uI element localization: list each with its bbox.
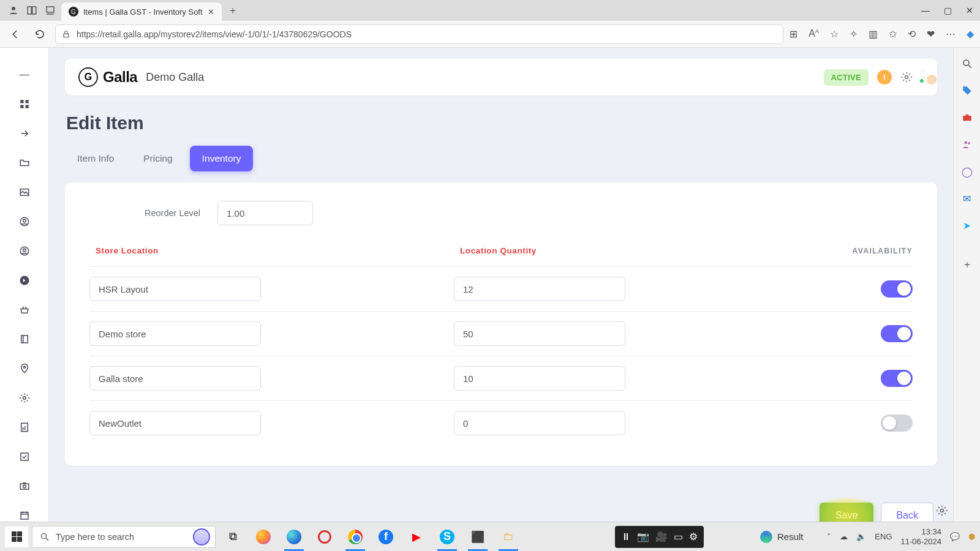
reorder-level-input[interactable] [217,201,313,225]
app-icon[interactable]: ⬛ [464,526,491,548]
svg-point-14 [23,249,26,252]
location-input[interactable] [89,277,261,301]
file-explorer-icon[interactable]: 🗀 [495,526,522,548]
edge-icon[interactable] [281,526,307,548]
location-input[interactable] [89,321,261,346]
arrow-right-icon[interactable] [18,127,31,140]
people-icon[interactable] [961,138,973,151]
text-size-icon[interactable]: AA [809,28,819,39]
pause-icon[interactable]: ⏸ [621,531,631,542]
chrome-icon[interactable] [342,526,369,548]
collapse-icon[interactable]: — [18,69,31,81]
gear-icon[interactable] [900,71,913,83]
user-circle-icon[interactable] [18,216,31,228]
quantity-input[interactable] [454,411,625,435]
clock-time[interactable]: 13:34 [901,527,942,537]
fastforward-icon[interactable] [18,274,31,287]
tray-extra-icon[interactable]: ⬢ [968,532,975,541]
svg-point-36 [968,142,970,144]
svg-rect-7 [25,100,28,103]
collections-icon[interactable]: ✩ [889,28,897,40]
facebook-icon[interactable]: f [372,526,399,548]
taskbar-search[interactable]: Type here to search [32,526,216,548]
screen-icon[interactable]: ▭ [674,531,683,542]
volume-icon[interactable]: 🔈 [856,532,866,541]
url-input[interactable]: https://retail.galla.app/mystorev2/items… [55,24,783,44]
outlook-icon[interactable]: ✉ [961,192,973,204]
dashboard-icon[interactable] [18,98,31,110]
youtube-icon[interactable]: ▶ [403,526,430,548]
availability-toggle[interactable] [881,325,913,342]
notifications-icon[interactable]: 💬 [950,532,960,541]
office-icon[interactable]: ◯ [961,165,973,178]
close-window-button[interactable]: ✕ [965,6,974,15]
language-indicator[interactable]: ENG [875,532,892,541]
heart-icon[interactable]: ❤ [927,28,935,40]
quantity-input[interactable] [454,321,625,346]
image-icon[interactable] [18,186,31,198]
send-icon[interactable]: ➤ [961,219,973,231]
minimize-button[interactable]: — [921,6,930,15]
cloud-icon[interactable]: ☁ [840,532,848,541]
availability-toggle[interactable] [881,414,913,432]
quantity-input[interactable] [454,277,625,301]
browser-tab[interactable]: G Items | Galla GST - Inventory Soft ✕ [61,2,222,21]
workspaces-icon[interactable] [24,3,39,18]
report-icon[interactable] [18,421,31,433]
warning-badge[interactable]: ! [877,70,892,84]
tray-chevron-icon[interactable]: ˄ [827,532,831,541]
video-icon[interactable]: 🎥 [655,531,668,542]
skype-icon[interactable]: S [434,526,461,548]
svg-point-37 [42,533,47,538]
tab-close-icon[interactable]: ✕ [208,7,214,17]
split-icon[interactable]: ▥ [869,28,878,40]
add-sidebar-icon[interactable]: ＋ [961,258,973,271]
tab-pricing[interactable]: Pricing [131,146,184,171]
location-icon[interactable] [18,362,31,375]
firefox-icon[interactable] [250,526,277,548]
settings-icon[interactable] [18,392,31,404]
location-input[interactable] [89,411,261,435]
refresh-button[interactable] [31,25,49,43]
favorite-icon[interactable]: ☆ [830,28,839,40]
avatar[interactable] [921,72,924,83]
app-install-icon[interactable]: ⊞ [790,28,797,40]
tab-inventory[interactable]: Inventory [190,146,254,171]
folder-icon[interactable] [18,157,31,169]
save-button[interactable]: Save [820,503,873,522]
more-icon[interactable]: ⋯ [946,28,956,40]
camera-icon[interactable] [18,480,31,492]
settings-icon[interactable]: ⚙ [689,531,698,542]
back-nav-button[interactable] [6,25,24,43]
calendar-icon[interactable] [18,509,31,522]
tab-item-info[interactable]: Item Info [65,146,126,171]
user-circle-icon-2[interactable] [18,245,31,257]
camera-icon[interactable]: 📷 [637,531,649,542]
tab-overview-icon[interactable] [43,3,58,18]
extensions-icon[interactable]: ✧ [850,28,858,40]
availability-toggle[interactable] [881,280,913,298]
briefcase-icon[interactable] [961,111,973,124]
svg-rect-9 [25,105,28,108]
recording-controls[interactable]: ⏸ 📷 🎥 ▭ ⚙ [615,526,704,548]
back-button[interactable]: Back [881,503,933,522]
result-app[interactable]: Result [760,531,804,543]
basket-icon[interactable] [18,304,31,316]
page-settings-icon[interactable] [936,504,948,517]
quantity-input[interactable] [454,366,625,391]
availability-toggle[interactable] [881,370,913,387]
record-icon[interactable] [311,526,338,548]
check-icon[interactable] [18,451,31,463]
search-icon[interactable] [961,58,973,70]
book-icon[interactable] [18,333,31,345]
copilot-icon[interactable]: ◆ [967,28,974,40]
profile-icon[interactable] [6,3,21,18]
start-button[interactable] [5,527,28,547]
sync-icon[interactable]: ⟲ [908,28,916,40]
maximize-button[interactable]: ▢ [943,6,952,15]
task-view-icon[interactable]: ⧉ [219,526,246,548]
clock-date[interactable]: 11-06-2024 [901,537,942,547]
location-input[interactable] [89,366,261,391]
new-tab-button[interactable]: ＋ [225,3,240,18]
tag-icon[interactable] [961,84,973,97]
